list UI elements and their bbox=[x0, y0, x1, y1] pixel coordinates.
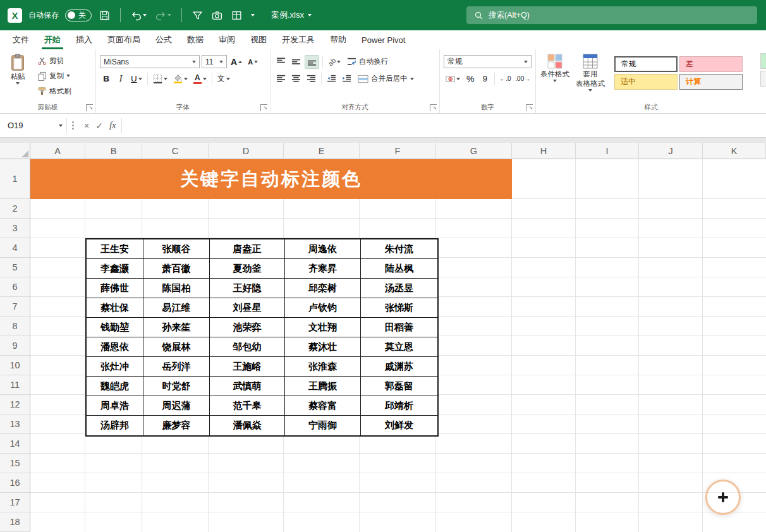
row-header-17[interactable]: 17 bbox=[0, 493, 30, 512]
table-cell-r7c2[interactable]: 蔡壮保 bbox=[87, 298, 143, 318]
borders-button[interactable] bbox=[151, 72, 169, 86]
table-cell-r9c4[interactable]: 邹包幼 bbox=[210, 337, 285, 357]
top-align-button[interactable] bbox=[274, 55, 288, 69]
style-swatch-适中[interactable]: 适中 bbox=[614, 74, 678, 90]
camera-quick-button[interactable] bbox=[210, 9, 224, 22]
align-center-button[interactable] bbox=[289, 72, 303, 86]
column-header-I[interactable]: I bbox=[576, 143, 639, 159]
table-cell-r12c2[interactable]: 周卓浩 bbox=[87, 396, 143, 416]
clipboard-dialog-launcher[interactable]: ↘ bbox=[86, 104, 93, 111]
style-swatch-partial[interactable] bbox=[760, 71, 766, 87]
redo-button[interactable] bbox=[154, 9, 173, 22]
cut-button[interactable]: 剪切 bbox=[35, 54, 73, 68]
table-cell-r4c3[interactable]: 张顺谷 bbox=[143, 239, 210, 259]
column-header-D[interactable]: D bbox=[209, 143, 284, 159]
format-as-table-button[interactable]: 套用 表格格式 bbox=[574, 52, 607, 92]
tab-文件[interactable]: 文件 bbox=[5, 30, 37, 49]
copy-button[interactable]: 复制 bbox=[35, 69, 73, 83]
style-swatch-partial[interactable] bbox=[760, 53, 766, 69]
tab-数据[interactable]: 数据 bbox=[179, 30, 211, 49]
table-cell-r4c4[interactable]: 唐盎正 bbox=[210, 239, 285, 259]
align-right-button[interactable] bbox=[305, 72, 318, 86]
table-cell-r7c5[interactable]: 卢钦钧 bbox=[285, 298, 361, 318]
tab-Power Pivot[interactable]: Power Pivot bbox=[354, 30, 413, 49]
table-cell-r5c6[interactable]: 陆丛枫 bbox=[361, 259, 437, 279]
table-cell-r9c2[interactable]: 潘恩依 bbox=[87, 337, 143, 357]
align-left-button[interactable] bbox=[274, 72, 288, 86]
table-cell-r10c6[interactable]: 戚渊苏 bbox=[361, 357, 437, 377]
row-header-5[interactable]: 5 bbox=[0, 258, 30, 277]
table-cell-r6c6[interactable]: 汤丞昱 bbox=[361, 279, 437, 298]
table-cell-r8c6[interactable]: 田稻善 bbox=[361, 318, 437, 337]
underline-button[interactable]: U bbox=[129, 72, 144, 86]
accounting-format-button[interactable]: ¥ bbox=[444, 72, 462, 86]
save-button[interactable] bbox=[98, 9, 111, 22]
table-cell-r13c5[interactable]: 宁雨御 bbox=[285, 416, 361, 435]
row-header-1[interactable]: 1 bbox=[0, 159, 30, 199]
formula-bar-handle[interactable] bbox=[72, 121, 74, 130]
table-cell-r13c4[interactable]: 潘佩焱 bbox=[210, 416, 285, 435]
tab-公式[interactable]: 公式 bbox=[148, 30, 179, 49]
row-header-7[interactable]: 7 bbox=[0, 297, 30, 317]
qat-customize-button[interactable] bbox=[250, 13, 256, 18]
insert-function-button[interactable]: fx bbox=[109, 120, 116, 131]
table-cell-r7c3[interactable]: 易江维 bbox=[143, 298, 210, 318]
phonetic-button[interactable]: 文 bbox=[216, 72, 232, 86]
table-cell-r7c6[interactable]: 张悌斯 bbox=[361, 298, 437, 318]
wrap-text-button[interactable]: 自动换行 bbox=[344, 55, 391, 69]
format-painter-button[interactable]: 格式刷 bbox=[35, 84, 73, 98]
style-swatch-计算[interactable]: 计算 bbox=[679, 74, 743, 90]
select-all-corner[interactable] bbox=[0, 143, 30, 159]
increase-font-button[interactable]: A bbox=[229, 55, 244, 69]
table-cell-r5c5[interactable]: 齐寒昇 bbox=[285, 259, 361, 279]
cells-area[interactable]: 关键字自动标注颜色 王生安张顺谷唐盎正周逸依朱付流李鑫灏萧百徽夏劲釜齐寒昇陆丛枫… bbox=[30, 159, 766, 532]
table-cell-r11c6[interactable]: 郭磊留 bbox=[361, 377, 437, 396]
column-header-K[interactable]: K bbox=[703, 143, 766, 159]
search-box[interactable]: 搜索(Alt+Q) bbox=[466, 6, 757, 24]
row-header-15[interactable]: 15 bbox=[0, 454, 30, 473]
table-cell-r11c3[interactable]: 时党舒 bbox=[143, 377, 210, 396]
table-cell-r10c2[interactable]: 张灶冲 bbox=[87, 357, 143, 377]
row-header-18[interactable]: 18 bbox=[0, 512, 30, 532]
alignment-dialog-launcher[interactable]: ↘ bbox=[430, 104, 437, 111]
style-swatch-差[interactable]: 差 bbox=[679, 56, 743, 72]
column-header-F[interactable]: F bbox=[360, 143, 436, 159]
table-cell-r5c3[interactable]: 萧百徽 bbox=[143, 259, 210, 279]
tab-页面布局[interactable]: 页面布局 bbox=[100, 30, 148, 49]
row-header-4[interactable]: 4 bbox=[0, 238, 30, 258]
table-cell-r8c2[interactable]: 钱勤堃 bbox=[87, 318, 143, 337]
table-cell-r10c4[interactable]: 王施峪 bbox=[210, 357, 285, 377]
cancel-button[interactable]: × bbox=[84, 121, 89, 131]
row-header-12[interactable]: 12 bbox=[0, 395, 30, 414]
column-header-C[interactable]: C bbox=[142, 143, 209, 159]
table-cell-r6c2[interactable]: 薛佛世 bbox=[87, 279, 143, 298]
table-cell-r5c2[interactable]: 李鑫灏 bbox=[87, 259, 143, 279]
undo-button[interactable] bbox=[130, 9, 148, 22]
increase-decimal-button[interactable]: ←.0 bbox=[498, 72, 512, 86]
number-dialog-launcher[interactable]: ↘ bbox=[526, 104, 533, 111]
table-cell-r13c3[interactable]: 廉梦容 bbox=[143, 416, 210, 435]
table-cell-r8c3[interactable]: 孙来笙 bbox=[143, 318, 210, 337]
column-header-E[interactable]: E bbox=[284, 143, 360, 159]
tab-开始[interactable]: 开始 bbox=[37, 30, 68, 49]
table-cell-r6c5[interactable]: 邱栾树 bbox=[285, 279, 361, 298]
conditional-formatting-button[interactable]: 条件格式 bbox=[538, 52, 571, 92]
table-cell-r8c5[interactable]: 文壮翔 bbox=[285, 318, 361, 337]
formula-input[interactable] bbox=[122, 114, 766, 137]
table-cell-r10c5[interactable]: 张淮森 bbox=[285, 357, 361, 377]
table-cell-r9c3[interactable]: 饶展林 bbox=[143, 337, 210, 357]
table-cell-r12c4[interactable]: 范千皋 bbox=[210, 396, 285, 416]
row-header-3[interactable]: 3 bbox=[0, 219, 30, 238]
enter-button[interactable]: ✓ bbox=[95, 121, 103, 131]
table-cell-r13c6[interactable]: 刘鲜发 bbox=[361, 416, 437, 435]
table-cell-r4c5[interactable]: 周逸依 bbox=[285, 239, 361, 259]
row-header-10[interactable]: 10 bbox=[0, 356, 30, 375]
table-cell-r9c5[interactable]: 蔡沐壮 bbox=[285, 337, 361, 357]
decrease-font-button[interactable]: A bbox=[246, 55, 260, 69]
table-cell-r9c6[interactable]: 莫立恩 bbox=[361, 337, 437, 357]
table-cell-r11c2[interactable]: 魏皑虎 bbox=[87, 377, 143, 396]
table-cell-r13c2[interactable]: 汤辟邦 bbox=[87, 416, 143, 435]
bold-button[interactable]: B bbox=[100, 72, 112, 86]
font-size-combo[interactable]: 11 bbox=[202, 55, 227, 68]
tab-插入[interactable]: 插入 bbox=[68, 30, 100, 49]
